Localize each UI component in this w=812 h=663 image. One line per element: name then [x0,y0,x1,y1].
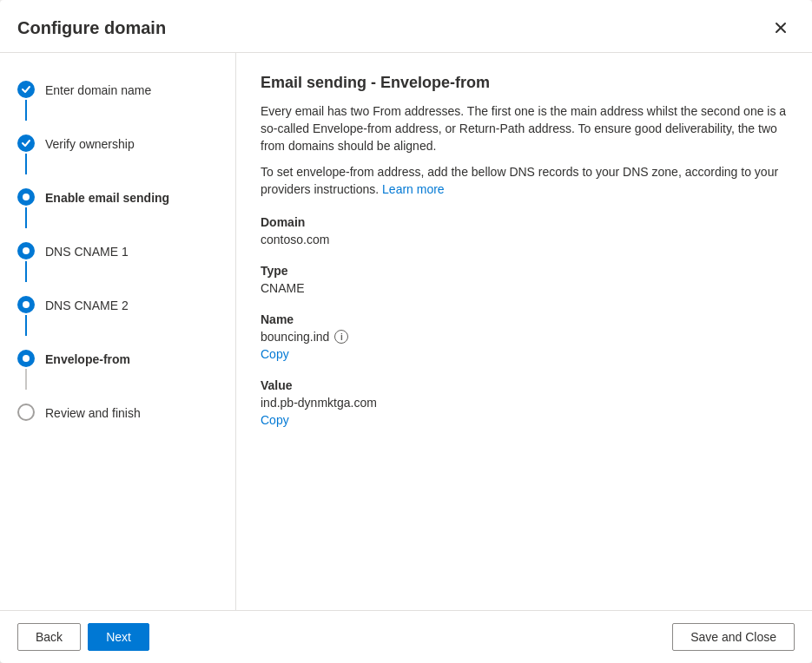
checkmark-icon-2 [21,138,31,148]
field-label-type: Type [261,264,788,278]
save-close-button[interactable]: Save and Close [672,623,795,651]
field-label-value: Value [261,378,788,392]
field-value-group: Value ind.pb-dynmktga.com Copy [261,378,788,427]
step-line-dns-cname-1 [25,261,27,282]
step-indicator-enable-email [17,188,35,228]
next-button[interactable]: Next [88,623,149,651]
step-circle-enter-domain [17,81,35,98]
field-type: Type CNAME [261,264,788,295]
step-indicator-enter-domain [17,81,35,121]
main-content: Email sending - Envelope-from Every emai… [236,53,812,610]
copy-link-value[interactable]: Copy [261,413,788,427]
field-value-value: ind.pb-dynmktga.com [261,396,788,410]
sidebar-item-verify-ownership[interactable]: Verify ownership [0,128,235,181]
field-value-type: CNAME [261,281,788,295]
sidebar-item-label-dns-cname-2: DNS CNAME 2 [45,296,129,314]
sidebar-item-dns-cname-2[interactable]: DNS CNAME 2 [0,289,235,343]
step-indicator-dns-cname-2 [17,296,35,336]
content-area: Email sending - Envelope-from Every emai… [261,74,788,589]
step-indicator-dns-cname-1 [17,242,35,282]
dialog-header: Configure domain [0,0,812,53]
sidebar-item-label-enable-email: Enable email sending [45,188,169,207]
configure-domain-dialog: Configure domain Enter domain name [0,0,812,663]
step-dot-enable-email [23,194,30,200]
step-line-envelope-from [25,369,27,390]
step-dot-envelope-from [23,355,30,362]
copy-link-name[interactable]: Copy [261,347,788,361]
sidebar-item-enable-email[interactable]: Enable email sending [0,181,235,235]
field-value-domain: contoso.com [261,233,788,246]
step-circle-enable-email [17,188,35,206]
description-2: To set envelope-from address, add the be… [261,163,788,198]
step-indicator-review-finish [17,404,35,421]
sidebar-item-envelope-from[interactable]: Envelope-from [0,343,235,397]
dialog-title: Configure domain [17,18,166,38]
field-value-name: bouncing.ind i [261,330,788,344]
step-line-enable-email [25,207,27,228]
step-circle-dns-cname-2 [17,296,35,313]
section-title: Email sending - Envelope-from [261,74,788,92]
step-circle-verify-ownership [17,135,35,152]
back-button[interactable]: Back [17,623,81,651]
sidebar-item-dns-cname-1[interactable]: DNS CNAME 1 [0,235,235,289]
description-1: Every email has two From addresses. The … [261,102,788,154]
step-dot-dns-cname-2 [23,301,30,308]
sidebar-item-label-review-finish: Review and finish [45,404,141,422]
field-label-name: Name [261,312,788,326]
step-indicator-envelope-from [17,350,35,390]
step-dot-dns-cname-1 [23,247,30,254]
sidebar-item-label-dns-cname-1: DNS CNAME 1 [45,242,129,260]
step-line-dns-cname-2 [25,315,27,336]
sidebar-item-label-enter-domain: Enter domain name [45,81,151,99]
field-label-domain: Domain [261,215,788,229]
close-button[interactable] [767,14,795,42]
steps-sidebar: Enter domain name Verify ownership [0,53,236,610]
step-indicator-verify-ownership [17,135,35,174]
sidebar-item-label-verify-ownership: Verify ownership [45,135,135,153]
checkmark-icon [21,84,31,95]
field-domain: Domain contoso.com [261,215,788,246]
sidebar-item-review-finish[interactable]: Review and finish [0,397,235,429]
step-line-enter-domain [25,100,27,121]
info-icon-name: i [334,330,348,344]
footer-left-buttons: Back Next [17,623,149,651]
sidebar-item-label-envelope-from: Envelope-from [45,350,130,368]
close-icon [774,21,788,35]
step-circle-dns-cname-1 [17,242,35,259]
learn-more-link[interactable]: Learn more [382,182,445,196]
field-name: Name bouncing.ind i Copy [261,312,788,361]
description-2-text: To set envelope-from address, add the be… [261,165,778,196]
sidebar-item-enter-domain[interactable]: Enter domain name [0,74,235,128]
step-circle-review-finish [17,404,35,421]
step-line-verify-ownership [25,154,27,174]
dialog-footer: Back Next Save and Close [0,610,812,663]
dialog-body: Enter domain name Verify ownership [0,53,812,610]
step-circle-envelope-from [17,350,35,367]
